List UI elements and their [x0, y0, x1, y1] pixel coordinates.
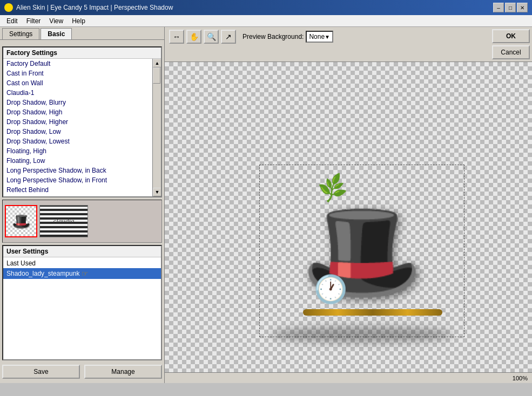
list-item[interactable]: Reflect Behind — [3, 185, 152, 195]
preview-bg-value: None — [309, 33, 325, 40]
tool-zoom[interactable]: 🔍 — [204, 30, 219, 44]
list-item[interactable]: Claudia-1 — [3, 88, 152, 98]
app-icon — [4, 3, 13, 12]
thumb-checker: 🎩 — [6, 206, 36, 236]
claudia-label: claudia — [53, 217, 75, 226]
tab-bar: Settings Basic — [0, 27, 164, 40]
user-settings-section: User Settings Last Used Shadoo_lady_stea… — [2, 245, 162, 360]
menu-bar: Edit Filter View Help — [0, 15, 532, 27]
user-settings-list: Last Used Shadoo_lady_steampunk ☞ — [3, 257, 161, 359]
list-item[interactable]: Drop Shadow, Low — [3, 127, 152, 136]
list-item[interactable]: Long Perspective Shadow, in Back — [3, 166, 152, 175]
scroll-down-button[interactable]: ▼ — [153, 188, 161, 196]
hat-image: 🎩 🕐 🌿 — [260, 165, 464, 337]
user-setting-label: Shadoo_lady_steampunk — [6, 270, 79, 277]
title-controls: – □ ✕ — [493, 3, 528, 12]
tool-pan[interactable]: ✋ — [186, 30, 201, 44]
maximize-button[interactable]: □ — [505, 3, 516, 12]
ok-button[interactable]: OK — [492, 29, 530, 43]
menu-edit[interactable]: Edit — [2, 16, 22, 26]
list-item[interactable]: Drop Shadow, High — [3, 107, 152, 117]
tab-basic[interactable]: Basic — [41, 28, 72, 39]
minimize-button[interactable]: – — [493, 3, 504, 12]
preview-bg-label: Preview Background: — [243, 33, 304, 40]
menu-filter[interactable]: Filter — [22, 16, 45, 26]
spacer — [2, 42, 162, 44]
thumb-hat-icon: 🎩 — [12, 213, 31, 230]
clock-icon: 🕐 — [314, 274, 347, 305]
zoom-level: 100% — [513, 375, 528, 381]
right-toolbar: ↔ ✋ 🔍 ↗ Preview Background: None ▼ — [165, 27, 490, 46]
chain-decoration — [303, 309, 442, 316]
user-setting-group: Last Used — [3, 258, 161, 268]
left-buttons: Save Manage — [2, 363, 162, 381]
list-item[interactable]: Cast on Wall — [3, 78, 152, 88]
scroll-track — [153, 67, 161, 188]
close-button[interactable]: ✕ — [517, 3, 528, 12]
settings-header: Factory Settings — [3, 47, 161, 59]
main-content: Settings Basic Factory Settings Factory … — [0, 27, 532, 383]
settings-section: Factory Settings Factory Default Cast in… — [2, 46, 162, 197]
save-button[interactable]: Save — [2, 365, 80, 379]
list-item[interactable]: Drop Shadow, Lowest — [3, 136, 152, 146]
tool-select[interactable]: ↗ — [221, 30, 236, 44]
dropdown-arrow-icon: ▼ — [325, 34, 330, 40]
preview-area: 🎩 🕐 🌿 — [165, 62, 532, 372]
hat-shadow — [271, 326, 453, 343]
scroll-up-button[interactable]: ▲ — [153, 59, 161, 67]
list-item[interactable]: Cast in Front — [3, 69, 152, 78]
arrow-icon: ☞ — [82, 269, 89, 278]
manage-button[interactable]: Manage — [84, 365, 162, 379]
hat-display: 🎩 🕐 🌿 — [260, 165, 464, 337]
cancel-button[interactable]: Cancel — [492, 45, 530, 59]
list-item[interactable]: Long Perspective Shadow, in Front — [3, 175, 152, 185]
thumbnail-selected[interactable]: 🎩 — [5, 205, 37, 237]
tab-settings[interactable]: Settings — [2, 28, 39, 39]
status-bar: 100% — [165, 372, 532, 383]
right-panel: ↔ ✋ 🔍 ↗ Preview Background: None ▼ OK Ca… — [165, 27, 532, 383]
list-item[interactable]: Drop Shadow, Blurry — [3, 98, 152, 107]
list-item[interactable]: Floating, Low — [3, 156, 152, 166]
settings-scrollbar[interactable]: ▲ ▼ — [152, 59, 161, 196]
list-item[interactable]: Reflect in Front — [3, 195, 152, 196]
list-item[interactable]: Factory Default — [3, 59, 152, 69]
right-top-section: ↔ ✋ 🔍 ↗ Preview Background: None ▼ OK Ca… — [165, 27, 532, 62]
window-title: Alien Skin | Eye Candy 5 Impact | Perspe… — [16, 4, 173, 11]
thumbnail-claudia[interactable]: claudia — [39, 205, 88, 237]
user-setting-item[interactable]: Shadoo_lady_steampunk ☞ — [3, 268, 161, 279]
left-panel: Settings Basic Factory Settings Factory … — [0, 27, 165, 383]
cancel-label: Cancel — [501, 49, 521, 56]
list-item[interactable]: Floating, High — [3, 146, 152, 156]
settings-list: Factory Default Cast in Front Cast on Wa… — [3, 59, 152, 196]
menu-help[interactable]: Help — [68, 16, 90, 26]
settings-list-container: Factory Default Cast in Front Cast on Wa… — [3, 59, 161, 196]
list-item[interactable]: Drop Shadow, Higher — [3, 117, 152, 127]
user-settings-header: User Settings — [3, 246, 161, 257]
menu-view[interactable]: View — [45, 16, 68, 26]
thumbnail-area: 🎩 claudia — [2, 200, 162, 243]
tool-move[interactable]: ↔ — [169, 30, 184, 44]
ok-cancel-column: OK Cancel — [490, 27, 532, 62]
title-bar: Alien Skin | Eye Candy 5 Impact | Perspe… — [0, 0, 532, 15]
hat-container: 🎩 🕐 🌿 — [259, 165, 464, 337]
title-bar-left: Alien Skin | Eye Candy 5 Impact | Perspe… — [4, 3, 173, 12]
scroll-thumb[interactable] — [153, 67, 160, 84]
preview-bg-dropdown[interactable]: None ▼ — [306, 31, 333, 43]
